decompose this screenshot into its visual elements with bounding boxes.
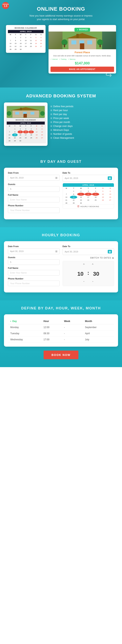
time-colon: : <box>87 270 89 276</box>
hourly-cal-icon-from: ▦ <box>55 250 57 253</box>
advanced-title: ADVANCED BOOKING SYSTEM <box>4 94 118 98</box>
define-form-card: • Day Hour Week Month Monday 12:00 - Sep… <box>4 314 118 347</box>
row1-month: September <box>83 324 114 330</box>
svg-rect-10 <box>64 44 65 47</box>
row2-day: Tuesday <box>8 330 41 336</box>
minute-column: ^ <box>92 263 93 266</box>
phone-label: Phone Number <box>8 204 59 207</box>
hourly-phone-input[interactable]: Your Phone Number <box>8 280 59 286</box>
hourly-title: HOURLY BOOKING <box>4 233 118 237</box>
date-from-label: Date From <box>8 172 59 174</box>
hourly-guests-label: Guests <box>8 256 59 258</box>
hourly-booking-link[interactable]: ⏰ HOURLY BOOKING <box>63 204 114 208</box>
advanced-section: ADVANCED BOOKING SYSTEM <box>0 88 122 154</box>
row1-week: - <box>62 324 83 330</box>
col-week-header: Week <box>62 318 83 324</box>
tablet-inner: BOOKING CALENDAR APRIL 2019 M T W T F S … <box>6 105 46 144</box>
row3-month: July <box>83 336 114 342</box>
hourly-left-form: Date From April 30, 2019 ▦ Guests 5 Full… <box>8 245 59 286</box>
hour-down-button[interactable]: ˅ <box>83 281 85 284</box>
calendar-icon-to: ▦ <box>108 176 112 180</box>
full-name-label: Full Name <box>8 194 59 196</box>
svg-rect-15 <box>20 108 22 110</box>
define-section: DEFINE BY DAY, HOUR, WEEK, MONTH • Day H… <box>0 300 122 367</box>
phone-input[interactable]: Your Phone Number <box>8 208 59 213</box>
hourly-full-name-label: Full Name <box>8 267 59 269</box>
hourly-cal-icon-to: ▦ <box>108 250 112 254</box>
hero-section: VERSION 1.5 ONLINE BOOKING Now you have … <box>0 0 122 88</box>
date-row: Date From April 30, 2019 ▦ Guests 5 Full… <box>8 172 114 213</box>
hourly-date-to-group: Date To April 30, 2019 ▦ <box>63 245 114 255</box>
hourly-date-from-group: Date From April 30, 2019 ▦ <box>8 245 59 254</box>
svg-point-20 <box>7 111 11 116</box>
switch-to-dates[interactable]: SWITCH TO DATES ⧉ <box>63 256 114 259</box>
time-picker: 10 : 30 <box>65 268 112 280</box>
table-row: Monday 12:00 - September <box>8 324 114 330</box>
mini-cal-month: APRIL 2019 <box>63 183 114 187</box>
date-from-group: Date From April 30, 2019 ▦ <box>8 172 59 181</box>
row2-month: April <box>83 330 114 336</box>
hourly-phone-label: Phone Number <box>8 278 59 280</box>
svg-rect-3 <box>77 34 79 38</box>
book-now-center: BOOK NOW <box>4 347 118 359</box>
date-to-input[interactable]: April 30, 2019 ▦ <box>63 175 114 182</box>
booked-badge: ✓ BOOKED <box>75 28 90 32</box>
hourly-phone-group: Phone Number Your Phone Number <box>8 278 59 286</box>
full-name-input[interactable]: Enter Your Name <box>8 197 59 202</box>
full-name-group: Full Name Enter Your Name <box>8 194 59 202</box>
feature-price-month: Price per month <box>50 120 118 124</box>
hour-value: 10 <box>76 271 85 277</box>
col-day-header: • Day <box>8 318 41 324</box>
hero-subtitle: Now you have additional money earnings s… <box>27 14 95 21</box>
svg-rect-7 <box>80 43 84 49</box>
hourly-date-to-input[interactable]: April 30, 2019 ▦ <box>63 248 114 255</box>
feature-guests: Number of guests <box>50 132 118 136</box>
mini-cal-grid: M T W T F S S 1 <box>63 187 114 204</box>
amenity-balcony: Balcony <box>68 58 75 60</box>
right-calendar: Date To April 30, 2019 ▦ APRIL 2019 M <box>63 172 114 213</box>
advanced-content: BOOKING CALENDAR APRIL 2019 M T W T F S … <box>4 102 118 146</box>
hour-up-button[interactable]: ^ <box>83 263 85 266</box>
feature-rent-day: Rent per day <box>50 112 118 116</box>
by-day-title: BY DAY AND GUEST <box>4 160 118 164</box>
tablet-calendar: M T W T F S S 1 2 <box>7 124 45 142</box>
hourly-full-name-input[interactable]: Enter Your Name <box>8 270 59 276</box>
hourly-date-from-input[interactable]: April 30, 2019 ▦ <box>8 248 59 254</box>
feature-clean: Clean Management <box>50 136 118 140</box>
date-to-group: Date To April 30, 2019 ▦ <box>63 172 114 182</box>
calendar-title: BOOKING CALENDAR <box>8 27 44 29</box>
svg-point-21 <box>40 111 45 116</box>
minute-down-button[interactable]: ˅ <box>92 281 93 284</box>
feature-price-week: Price per week <box>50 116 118 120</box>
mini-calendar: APRIL 2019 M T W T F S S <box>63 183 114 208</box>
minute-value: 30 <box>91 271 101 277</box>
minute-up-button[interactable]: ^ <box>92 263 93 266</box>
hourly-main-row: Date From April 30, 2019 ▦ Guests 5 Full… <box>8 245 114 286</box>
hourly-form-card: Date From April 30, 2019 ▦ Guests 5 Full… <box>4 241 118 292</box>
amenity-parking: Parking <box>59 58 66 60</box>
date-from-input[interactable]: April 30, 2019 ▦ <box>8 175 59 181</box>
hourly-guests-input[interactable]: 5 <box>8 259 59 265</box>
check-icon: ✓ <box>77 28 78 31</box>
tablet-mockup: BOOKING CALENDAR APRIL 2019 M T W T F S … <box>4 102 47 146</box>
date-to-row: Date To April 30, 2019 ▦ <box>63 172 114 182</box>
property-name: Forest Place <box>50 51 114 54</box>
row2-hour: 09:30 <box>41 330 62 336</box>
feature-changeover: Change over days <box>50 124 118 128</box>
clock-icon: ⏰ <box>77 206 80 208</box>
book-now-button[interactable]: BOOK NOW <box>44 350 78 359</box>
col-month-header: Month <box>83 318 114 324</box>
table-row: Wednesday 17:00 - July <box>8 336 114 342</box>
hourly-right-picker: Date To April 30, 2019 ▦ SWITCH TO DATES… <box>63 245 114 286</box>
appointment-button[interactable]: MAKE AN APPOINMENT <box>50 66 114 72</box>
amenity-internet: Internet <box>50 58 58 60</box>
row1-day: Monday <box>8 324 41 330</box>
row2-week: - <box>62 330 83 336</box>
guests-input[interactable]: 5 <box>8 186 59 192</box>
row3-hour: 17:00 <box>41 336 62 342</box>
feature-rent-hour: Rent per hour <box>50 108 118 112</box>
col-hour-header: Hour <box>41 318 62 324</box>
svg-rect-11 <box>100 44 101 47</box>
calendar-grid: M T W T F S S 1 2 3 4 <box>8 33 44 51</box>
property-details: Forest Place Duis sed odio sit amet nibh… <box>48 49 116 74</box>
